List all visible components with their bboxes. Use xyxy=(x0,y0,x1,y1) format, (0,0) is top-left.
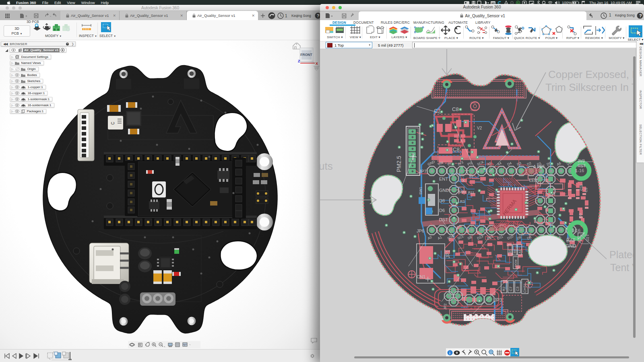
svg-text:C8: C8 xyxy=(453,146,460,152)
svg-text:R2: R2 xyxy=(502,286,506,291)
svg-text:DST: DST xyxy=(439,217,448,222)
svg-text:5Mo: 5Mo xyxy=(459,190,466,194)
svg-text:Trim Silkscreen In Th: Trim Silkscreen In Th xyxy=(545,81,634,93)
svg-text:ENT: ENT xyxy=(439,177,448,181)
svg-text:C7: C7 xyxy=(509,286,513,291)
svg-text:GND: GND xyxy=(471,109,477,111)
svg-text:CN1: CN1 xyxy=(417,274,425,279)
svg-text:JP6: JP6 xyxy=(417,228,424,233)
svg-text:JP3: JP3 xyxy=(494,297,502,303)
svg-text:D3: D3 xyxy=(578,213,582,218)
svg-text:uts: uts xyxy=(320,160,333,172)
svg-text:C: C xyxy=(111,122,115,125)
svg-text:SW1: SW1 xyxy=(419,187,423,195)
svg-text:U2: U2 xyxy=(586,237,590,241)
svg-text:Plated: Plated xyxy=(609,249,634,260)
svg-text:i: i xyxy=(449,351,450,355)
svg-text:R11: R11 xyxy=(468,191,475,195)
svg-text:TX: TX xyxy=(460,179,465,183)
svg-text:GND: GND xyxy=(566,243,576,249)
svg-text:R6: R6 xyxy=(513,249,517,253)
svg-text:C5: C5 xyxy=(584,187,588,192)
svg-text:GND: GND xyxy=(439,188,449,193)
svg-text:D8: D8 xyxy=(439,198,445,203)
svg-text:PM2.5: PM2.5 xyxy=(396,156,402,172)
svg-text:C3: C3 xyxy=(516,286,520,291)
svg-text:3V3: 3V3 xyxy=(578,159,585,163)
svg-text:R3: R3 xyxy=(460,200,465,204)
svg-text:A REF: A REF xyxy=(533,165,545,169)
svg-text:Z: Z xyxy=(298,59,300,63)
svg-text:?: ? xyxy=(317,13,319,18)
svg-text:A1: A1 xyxy=(518,249,522,253)
svg-text:5V + BAT: 5V + BAT xyxy=(463,306,482,311)
svg-text:FRONT: FRONT xyxy=(300,53,312,57)
svg-text:R5: R5 xyxy=(508,249,512,253)
svg-text:C11: C11 xyxy=(579,184,583,191)
svg-text:?: ? xyxy=(639,13,642,18)
svg-text:X: X xyxy=(316,62,318,66)
svg-text:1-16: 1-16 xyxy=(575,168,584,173)
svg-text:V2: V2 xyxy=(477,126,482,130)
svg-text:BAT: BAT xyxy=(566,238,576,243)
svg-text:1: 1 xyxy=(285,14,287,18)
svg-text:1-16: 1-16 xyxy=(572,228,580,233)
svg-text:RST: RST xyxy=(578,164,586,168)
svg-text:GND: GND xyxy=(471,101,477,104)
svg-text:JP2: JP2 xyxy=(443,303,447,310)
svg-text:D6: D6 xyxy=(439,208,445,213)
svg-text:JP1: JP1 xyxy=(445,250,451,258)
svg-text:Copper Exposed, Do: Copper Exposed, Do xyxy=(548,68,634,80)
svg-text:Tent V: Tent V xyxy=(610,262,634,273)
svg-text:DOM: DOM xyxy=(514,259,518,267)
svg-text:C8: C8 xyxy=(452,106,459,112)
